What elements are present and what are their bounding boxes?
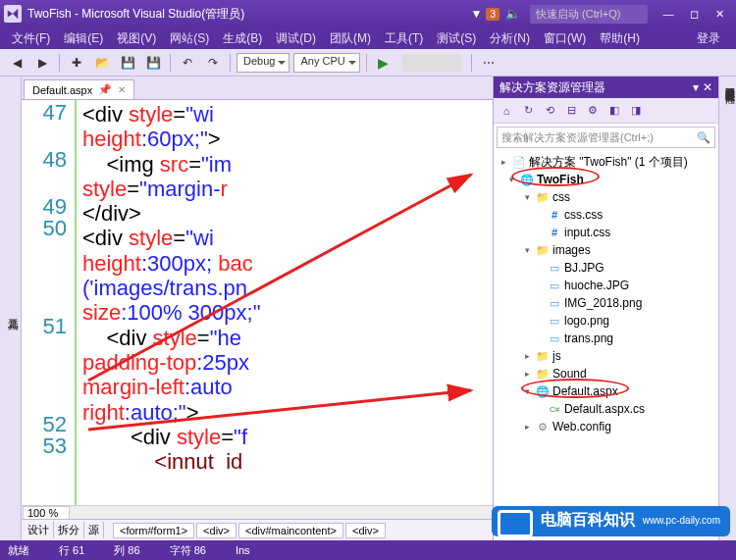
code-editor[interactable]: 47 48 49 50 51 52 53 <div style="wi heig… [22, 100, 493, 505]
menu-build[interactable]: 生成(B) [217, 28, 268, 49]
right-panel-tabs[interactable]: 解决方案资源管理器 团队资源管理器 属性 [718, 76, 736, 540]
sync-icon[interactable]: ⟲ [541, 102, 558, 120]
start-debug-button[interactable]: ▶ [373, 52, 394, 74]
panel-dropdown-icon[interactable]: ▾ [693, 80, 699, 94]
menu-tools[interactable]: 工具(T) [379, 28, 429, 49]
status-col: 列 86 [114, 543, 139, 558]
nav-back-icon[interactable]: ◀ [6, 52, 27, 74]
search-icon: 🔍 [697, 131, 710, 144]
refresh-icon[interactable]: ↻ [519, 102, 537, 120]
code-text[interactable]: <div style="wi height:60px;"> <img src="… [77, 100, 493, 505]
view-design-tab[interactable]: 设计 [24, 522, 54, 538]
menu-edit[interactable]: 编辑(E) [58, 28, 109, 49]
file-default-aspx[interactable]: Default.aspx [552, 384, 618, 398]
breadcrumb-seg[interactable]: <div> [196, 523, 237, 538]
toolbar-extra-icon[interactable]: ⋯ [478, 52, 499, 74]
maximize-button[interactable]: ◻ [681, 4, 707, 24]
quick-launch-input[interactable]: 快速启动 (Ctrl+Q) [530, 5, 648, 24]
file-input-css[interactable]: input.css [564, 226, 610, 239]
menu-bar: 文件(F) 编辑(E) 视图(V) 网站(S) 生成(B) 调试(D) 团队(M… [0, 27, 736, 49]
show-all-icon[interactable]: ◧ [605, 102, 623, 120]
breadcrumb-seg[interactable]: <div#maincontent> [238, 523, 343, 538]
menu-test[interactable]: 测试(S) [431, 28, 482, 49]
properties-icon[interactable]: ⚙ [584, 102, 602, 120]
file-trans[interactable]: trans.png [564, 331, 613, 345]
menu-debug[interactable]: 调试(D) [270, 28, 322, 49]
login-link[interactable]: 登录 [691, 28, 730, 49]
status-ready: 就绪 [8, 543, 29, 558]
menu-file[interactable]: 文件(F) [6, 28, 56, 49]
status-char: 字符 86 [170, 543, 206, 558]
file-bj[interactable]: BJ.JPG [564, 261, 605, 275]
solution-explorer-toolbar: ⌂ ↻ ⟲ ⊟ ⚙ ◧ ◨ [494, 98, 718, 124]
toolbox-panel-tab[interactable]: 工具箱 [0, 76, 22, 540]
folder-sound[interactable]: Sound [552, 367, 587, 381]
menu-site[interactable]: 网站(S) [164, 28, 215, 49]
solution-search-input[interactable]: 搜索解决方案资源管理器(Ctrl+;) 🔍 [497, 127, 715, 148]
solution-explorer: 解决方案资源管理器 ▾ ✕ ⌂ ↻ ⟲ ⊟ ⚙ ◧ ◨ 搜索解决方案资源管理器(… [493, 76, 718, 540]
folder-js[interactable]: js [552, 349, 561, 363]
menu-help[interactable]: 帮助(H) [594, 28, 646, 49]
window-title: TwoFish - Microsoft Visual Studio(管理员) [27, 6, 244, 23]
menu-window[interactable]: 窗口(W) [538, 28, 592, 49]
menu-view[interactable]: 视图(V) [111, 28, 162, 49]
toolbar: ◀ ▶ ✚ 📂 💾 💾 ↶ ↷ Debug Any CPU ▶ ⋯ [0, 49, 736, 76]
watermark-badge: 电脑百科知识 www.pc-daily.com [492, 506, 730, 536]
monitor-icon [498, 510, 533, 537]
solution-tree[interactable]: ▸📄解决方案 "TwoFish" (1 个项目) ▾🌐TwoFish ▾📁css… [494, 151, 718, 540]
breadcrumb-seg[interactable]: <div> [345, 523, 386, 538]
vs-logo-icon [4, 5, 22, 23]
status-ins: Ins [236, 544, 250, 556]
nav-fwd-icon[interactable]: ▶ [31, 52, 53, 74]
notification-badge[interactable]: 3 [486, 8, 499, 21]
breadcrumb-seg[interactable]: <form#form1> [113, 523, 194, 538]
solution-explorer-title-bar[interactable]: 解决方案资源管理器 ▾ ✕ [494, 76, 718, 98]
panel-close-icon[interactable]: ✕ [703, 80, 712, 94]
breadcrumb-bar: 设计 拆分 源 <form#form1> <div> <div#maincont… [22, 519, 493, 540]
browser-target-dropdown[interactable] [402, 54, 461, 72]
view-split-tab[interactable]: 拆分 [54, 522, 84, 538]
close-tab-icon[interactable]: ✕ [118, 84, 126, 95]
view-class-icon[interactable]: ◨ [627, 102, 645, 120]
solution-node[interactable]: 解决方案 "TwoFish" (1 个项目) [529, 154, 688, 171]
folder-css[interactable]: css [552, 190, 570, 204]
folder-images[interactable]: images [552, 243, 591, 257]
new-project-icon[interactable]: ✚ [66, 52, 87, 74]
config-dropdown[interactable]: Debug [237, 53, 289, 73]
menu-analyze[interactable]: 分析(N) [484, 28, 536, 49]
status-bar: 就绪 行 61 列 86 字符 86 Ins [0, 540, 736, 560]
file-img2018[interactable]: IMG_2018.png [564, 296, 642, 310]
menu-team[interactable]: 团队(M) [324, 28, 377, 49]
file-web-config[interactable]: Web.config [552, 420, 611, 433]
document-tab[interactable]: Default.aspx 📌 ✕ [24, 79, 134, 99]
redo-icon[interactable]: ↷ [202, 52, 224, 74]
file-logo[interactable]: logo.png [564, 314, 609, 328]
platform-dropdown[interactable]: Any CPU [293, 53, 359, 73]
document-tab-row: Default.aspx 📌 ✕ [22, 76, 493, 100]
collapse-icon[interactable]: ⊟ [562, 102, 580, 120]
home-icon[interactable]: ⌂ [498, 102, 515, 120]
file-huoche[interactable]: huoche.JPG [564, 279, 629, 292]
zoom-level[interactable]: 100 % [23, 506, 70, 520]
status-line: 行 61 [59, 543, 84, 558]
file-default-cs[interactable]: Default.aspx.cs [564, 402, 645, 416]
close-button[interactable]: ✕ [707, 4, 732, 24]
view-source-tab[interactable]: 源 [84, 522, 104, 538]
title-bar: TwoFish - Microsoft Visual Studio(管理员) ▼… [0, 0, 736, 27]
save-icon[interactable]: 💾 [117, 52, 138, 74]
solution-explorer-title: 解决方案资源管理器 [499, 79, 605, 96]
pin-icon[interactable]: 📌 [98, 83, 112, 96]
project-node[interactable]: TwoFish [537, 173, 584, 186]
undo-icon[interactable]: ↶ [177, 52, 198, 74]
editor-bottom-bar: 100 % [22, 505, 493, 519]
tab-label: Default.aspx [32, 84, 92, 96]
open-file-icon[interactable]: 📂 [91, 52, 113, 74]
line-number-gutter: 47 48 49 50 51 52 53 [22, 100, 77, 505]
save-all-icon[interactable]: 💾 [142, 52, 164, 74]
file-css-css[interactable]: css.css [564, 208, 603, 222]
minimize-button[interactable]: — [656, 4, 681, 24]
